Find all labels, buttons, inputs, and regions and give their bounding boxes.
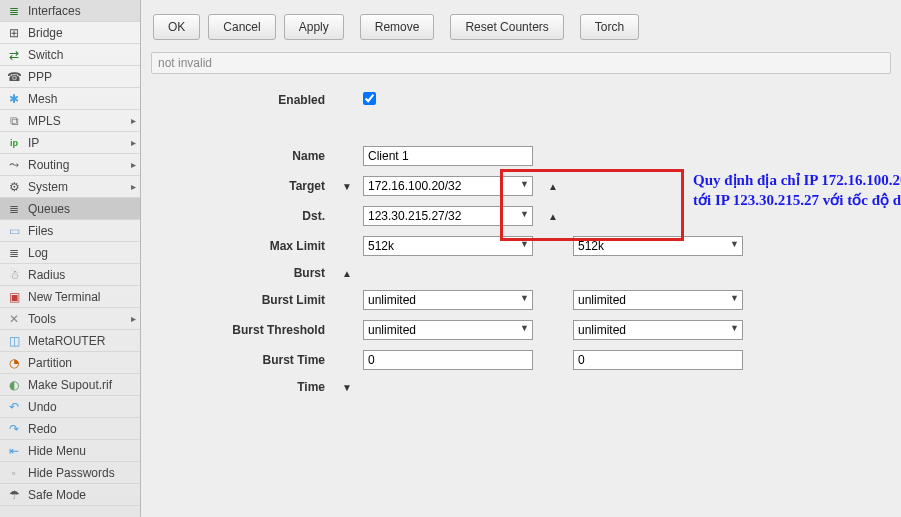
burstlimit-up-select[interactable]: unlimited [363,290,533,310]
burstlimit-down-select[interactable]: unlimited [573,290,743,310]
sidebar-item-ip[interactable]: ipIP▸ [0,132,140,154]
burst-label: Burst [151,266,331,280]
mpls-icon: ⧉ [6,113,22,129]
dst-select[interactable]: 123.30.215.27/32 [363,206,533,226]
interfaces-icon: ≣ [6,3,22,19]
sidebar-item-radius[interactable]: ☃Radius [0,264,140,286]
sidebar-item-metarouter[interactable]: ◫MetaROUTER [0,330,140,352]
hide-passwords-icon: ◦ [6,465,22,481]
maxlimit-label: Max Limit [151,239,331,253]
sidebar-item-label: Switch [28,48,63,62]
submenu-arrow-icon: ▸ [131,181,136,192]
sidebar-item-files[interactable]: ▭Files [0,220,140,242]
sidebar-item-new-terminal[interactable]: ▣New Terminal [0,286,140,308]
radius-icon: ☃ [6,267,22,283]
sidebar-item-hide-passwords[interactable]: ◦Hide Passwords [0,462,140,484]
toolbar: OK Cancel Apply Remove Reset Counters To… [151,10,891,52]
dst-label: Dst. [151,209,331,223]
sidebar-item-label: MPLS [28,114,61,128]
sidebar-item-label: Tools [28,312,56,326]
submenu-arrow-icon: ▸ [131,159,136,170]
log-icon: ≣ [6,245,22,261]
enabled-checkbox[interactable] [363,92,376,105]
sidebar-item-safe-mode[interactable]: ☂Safe Mode [0,484,140,506]
sidebar-item-label: Bridge [28,26,63,40]
main-panel: OK Cancel Apply Remove Reset Counters To… [141,0,901,517]
bursttime-label: Burst Time [151,353,331,367]
name-input[interactable] [363,146,533,166]
sidebar-item-label: Undo [28,400,57,414]
sidebar-item-partition[interactable]: ◔Partition [0,352,140,374]
sidebar-item-switch[interactable]: ⇄Switch [0,44,140,66]
sidebar-item-bridge[interactable]: ⊞Bridge [0,22,140,44]
dst-expand-toggle[interactable] [533,211,573,222]
reset-counters-button[interactable]: Reset Counters [450,14,563,40]
ok-button[interactable]: OK [153,14,200,40]
sidebar: ≣Interfaces⊞Bridge⇄Switch☎PPP✱Mesh⧉MPLS▸… [0,0,141,517]
sidebar-item-ppp[interactable]: ☎PPP [0,66,140,88]
sidebar-item-routing[interactable]: ⤳Routing▸ [0,154,140,176]
mesh-icon: ✱ [6,91,22,107]
burstthreshold-down-select[interactable]: unlimited [573,320,743,340]
burstthreshold-up-select[interactable]: unlimited [363,320,533,340]
sidebar-item-mpls[interactable]: ⧉MPLS▸ [0,110,140,132]
sidebar-item-label: New Terminal [28,290,100,304]
switch-icon: ⇄ [6,47,22,63]
remove-button[interactable]: Remove [360,14,435,40]
maxlimit-down-select[interactable]: 512k [573,236,743,256]
system-icon: ⚙ [6,179,22,195]
torch-button[interactable]: Torch [580,14,639,40]
burst-collapse-toggle[interactable] [331,268,363,279]
sidebar-item-label: Routing [28,158,69,172]
queues-icon: ≣ [6,201,22,217]
hide-menu-icon: ⇤ [6,443,22,459]
submenu-arrow-icon: ▸ [131,137,136,148]
sidebar-item-label: PPP [28,70,52,84]
metarouter-icon: ◫ [6,333,22,349]
sidebar-item-queues[interactable]: ≣Queues [0,198,140,220]
time-label: Time [151,380,331,394]
sidebar-item-tools[interactable]: ✕Tools▸ [0,308,140,330]
annotation-text: Quy định địa chỉ IP 172.16.100.20 chỉ đư… [693,170,901,211]
ppp-icon: ☎ [6,69,22,85]
target-select[interactable]: 172.16.100.20/32 [363,176,533,196]
sidebar-item-label: Redo [28,422,57,436]
sidebar-item-label: Log [28,246,48,260]
bursttime-down-input[interactable] [573,350,743,370]
sidebar-item-label: Mesh [28,92,57,106]
bursttime-up-input[interactable] [363,350,533,370]
sidebar-item-label: System [28,180,68,194]
target-expand-toggle[interactable] [533,181,573,192]
sidebar-item-label: Hide Passwords [28,466,115,480]
maxlimit-up-select[interactable]: 512k [363,236,533,256]
cancel-button[interactable]: Cancel [208,14,275,40]
burstlimit-label: Burst Limit [151,293,331,307]
make-supout-rif-icon: ◐ [6,377,22,393]
apply-button[interactable]: Apply [284,14,344,40]
sidebar-item-label: Interfaces [28,4,81,18]
sidebar-item-interfaces[interactable]: ≣Interfaces [0,0,140,22]
sidebar-item-log[interactable]: ≣Log [0,242,140,264]
partition-icon: ◔ [6,355,22,371]
time-expand-toggle[interactable] [331,382,363,393]
sidebar-item-label: Safe Mode [28,488,86,502]
sidebar-item-label: Make Supout.rif [28,378,112,392]
sidebar-item-label: Queues [28,202,70,216]
sidebar-item-redo[interactable]: ↷Redo [0,418,140,440]
sidebar-item-label: IP [28,136,39,150]
sidebar-item-mesh[interactable]: ✱Mesh [0,88,140,110]
new-terminal-icon: ▣ [6,289,22,305]
sidebar-item-undo[interactable]: ↶Undo [0,396,140,418]
sidebar-item-label: Radius [28,268,65,282]
sidebar-item-label: MetaROUTER [28,334,105,348]
enabled-label: Enabled [151,93,331,107]
target-collapse-toggle[interactable] [331,181,363,192]
name-label: Name [151,149,331,163]
sidebar-item-hide-menu[interactable]: ⇤Hide Menu [0,440,140,462]
safe-mode-icon: ☂ [6,487,22,503]
redo-icon: ↷ [6,421,22,437]
sidebar-item-label: Partition [28,356,72,370]
status-row: not invalid [151,52,891,74]
sidebar-item-make-supout-rif[interactable]: ◐Make Supout.rif [0,374,140,396]
sidebar-item-system[interactable]: ⚙System▸ [0,176,140,198]
